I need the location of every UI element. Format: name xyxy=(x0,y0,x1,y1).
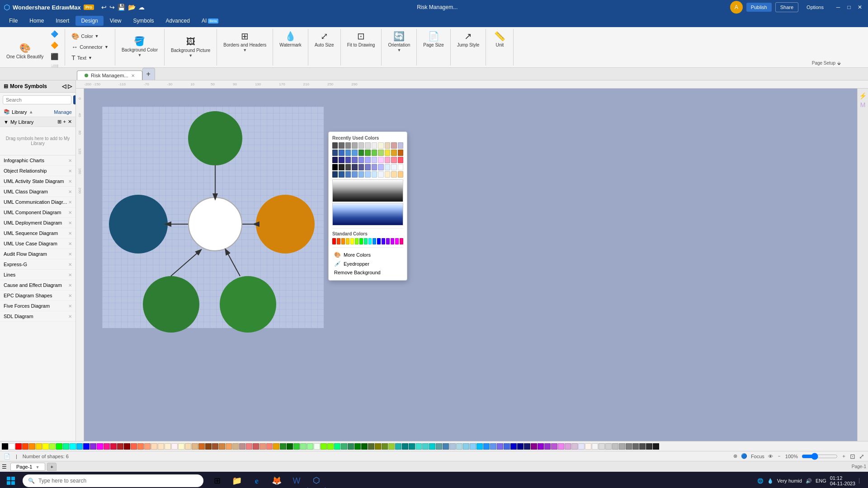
open-btn[interactable]: 📂 xyxy=(128,4,136,11)
palette-color-swatch[interactable] xyxy=(15,443,22,450)
palette-color-swatch[interactable] xyxy=(490,443,496,450)
color-swatch[interactable] xyxy=(378,157,383,163)
palette-color-swatch[interactable] xyxy=(29,443,35,450)
maximize-btn[interactable]: □ xyxy=(844,3,854,12)
palette-color-swatch[interactable] xyxy=(185,443,191,450)
standard-color-swatch[interactable] xyxy=(368,238,372,244)
category-close-icon[interactable]: ✕ xyxy=(68,283,72,288)
menu-design[interactable]: Design xyxy=(75,16,103,26)
zoom-out-btn[interactable]: － xyxy=(777,453,782,460)
palette-color-swatch[interactable] xyxy=(76,443,83,450)
color-swatch[interactable] xyxy=(378,142,383,149)
palette-color-swatch[interactable] xyxy=(578,443,585,450)
watermark-btn[interactable]: 💧 Watermark xyxy=(277,29,304,50)
palette-color-swatch[interactable] xyxy=(300,443,307,450)
palette-color-swatch[interactable] xyxy=(198,443,205,450)
color-swatch[interactable] xyxy=(345,164,351,170)
palette-color-swatch[interactable] xyxy=(395,443,401,450)
search-input[interactable] xyxy=(3,95,71,104)
style-btn-3[interactable]: ⬛ xyxy=(48,52,61,61)
color-swatch[interactable] xyxy=(332,171,338,178)
palette-color-swatch[interactable] xyxy=(382,443,388,450)
sidebar-category-infographic-charts[interactable]: Infographic Charts✕ xyxy=(0,155,75,166)
taskbar-app-firefox[interactable]: 🦊 xyxy=(268,473,286,488)
color-swatch[interactable] xyxy=(372,150,377,156)
color-swatch[interactable] xyxy=(345,142,351,149)
standard-color-swatch[interactable] xyxy=(377,238,381,244)
standard-color-swatch[interactable] xyxy=(395,238,399,244)
color-swatch[interactable] xyxy=(385,164,390,170)
palette-color-swatch[interactable] xyxy=(415,443,422,450)
standard-color-swatch[interactable] xyxy=(341,238,345,244)
palette-color-swatch[interactable] xyxy=(232,443,239,450)
sidebar-category-uml-class-diagram[interactable]: UML Class Diagram✕ xyxy=(0,187,75,197)
my-library-close-btn[interactable]: ✕ xyxy=(68,119,72,125)
palette-color-swatch[interactable] xyxy=(2,443,8,450)
color-swatch[interactable] xyxy=(332,157,338,163)
sidebar-collapse-btn[interactable]: ◁ xyxy=(62,83,66,89)
palette-color-swatch[interactable] xyxy=(524,443,530,450)
menu-insert[interactable]: Insert xyxy=(50,16,75,26)
palette-color-swatch[interactable] xyxy=(402,443,408,450)
color-swatch[interactable] xyxy=(372,142,377,149)
color-swatch[interactable] xyxy=(391,157,396,163)
connector-btn[interactable]: ↔ Connector ▼ xyxy=(69,42,111,52)
palette-color-swatch[interactable] xyxy=(483,443,490,450)
page-tab-arrow[interactable]: ▼ xyxy=(36,465,40,469)
palette-color-swatch[interactable] xyxy=(321,443,327,450)
palette-color-swatch[interactable] xyxy=(287,443,293,450)
sidebar-category-five-forces-diagram[interactable]: Five Forces Diagram✕ xyxy=(0,301,75,311)
palette-color-swatch[interactable] xyxy=(9,443,15,450)
palette-color-swatch[interactable] xyxy=(632,443,639,450)
category-close-icon[interactable]: ✕ xyxy=(68,179,72,184)
palette-color-swatch[interactable] xyxy=(531,443,537,450)
color-swatch[interactable] xyxy=(352,164,357,170)
menu-file[interactable]: File xyxy=(4,16,23,26)
standard-color-swatch[interactable] xyxy=(373,238,376,244)
color-swatch[interactable] xyxy=(398,142,403,149)
palette-color-swatch[interactable] xyxy=(375,443,381,450)
standard-color-swatch[interactable] xyxy=(386,238,390,244)
right-panel-btn-1[interactable]: ⚡ xyxy=(859,92,867,99)
palette-color-swatch[interactable] xyxy=(544,443,551,450)
palette-color-swatch[interactable] xyxy=(70,443,76,450)
palette-color-swatch[interactable] xyxy=(436,443,442,450)
palette-color-swatch[interactable] xyxy=(42,443,49,450)
palette-color-swatch[interactable] xyxy=(571,443,578,450)
jump-style-btn[interactable]: ↗ Jump Style xyxy=(454,29,482,50)
tab-risk-management[interactable]: Risk Managem... ✕ xyxy=(77,70,142,80)
color-swatch[interactable] xyxy=(378,150,383,156)
focus-label[interactable]: Focus xyxy=(751,454,764,459)
taskbar-app-edrawmax[interactable]: ⬡ xyxy=(307,473,326,488)
manage-btn[interactable]: Manage xyxy=(54,109,72,115)
palette-color-swatch[interactable] xyxy=(517,443,524,450)
palette-color-swatch[interactable] xyxy=(144,443,151,450)
category-close-icon[interactable]: ✕ xyxy=(68,262,72,267)
palette-color-swatch[interactable] xyxy=(639,443,646,450)
category-close-icon[interactable]: ✕ xyxy=(68,169,72,174)
color-swatch[interactable] xyxy=(359,171,364,178)
user-avatar[interactable]: A xyxy=(730,1,743,14)
sidebar-category-uml-component-diagram[interactable]: UML Component Diagram✕ xyxy=(0,207,75,218)
category-close-icon[interactable]: ✕ xyxy=(68,200,72,205)
palette-color-swatch[interactable] xyxy=(246,443,252,450)
color-swatch[interactable] xyxy=(359,157,364,163)
circle-bottom-right-green[interactable] xyxy=(220,276,276,333)
palette-color-swatch[interactable] xyxy=(456,443,462,450)
standard-color-swatch[interactable] xyxy=(355,238,359,244)
standard-color-swatch[interactable] xyxy=(346,238,349,244)
category-close-icon[interactable]: ✕ xyxy=(68,158,72,163)
text-btn[interactable]: T Text ▼ xyxy=(69,53,111,63)
tab-close-btn[interactable]: ✕ xyxy=(131,73,135,78)
sidebar-category-sdl-diagram[interactable]: SDL Diagram✕ xyxy=(0,311,75,322)
layers-icon[interactable]: ⊗ xyxy=(733,453,737,459)
taskbar-app-taskview[interactable]: ⊞ xyxy=(208,473,226,488)
sidebar-category-lines[interactable]: Lines✕ xyxy=(0,270,75,280)
circle-left-blue[interactable] xyxy=(109,195,168,253)
palette-color-swatch[interactable] xyxy=(266,443,273,450)
category-close-icon[interactable]: ✕ xyxy=(68,314,72,319)
zoom-slider[interactable] xyxy=(802,453,838,460)
standard-color-swatch[interactable] xyxy=(337,238,340,244)
palette-color-swatch[interactable] xyxy=(158,443,164,450)
palette-color-swatch[interactable] xyxy=(497,443,503,450)
